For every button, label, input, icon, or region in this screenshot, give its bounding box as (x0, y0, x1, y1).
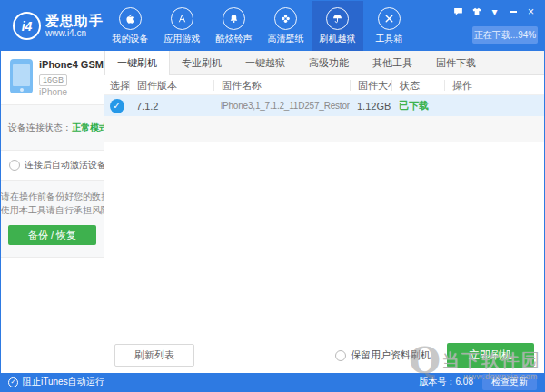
keep-user-data-label: 保留用户资料刷机 (351, 348, 431, 362)
check-circle-icon: ✓ (8, 377, 18, 387)
close-icon[interactable]: × (524, 5, 538, 17)
tab-pro-flash[interactable]: 专业刷机 (170, 51, 233, 74)
firmware-table-header: 选择 固件版本 固件名称 固件大小 状态 操作 (104, 75, 544, 95)
nav-item-toolbox[interactable]: 工具箱 (363, 1, 415, 51)
umbrella-icon (326, 7, 349, 30)
firmware-table-row[interactable]: ✓ 7.1.2 iPhone3,1_7.1.2_11D257_Restore (… (104, 95, 544, 116)
empty-table-band (104, 116, 544, 142)
bell-icon (223, 7, 245, 30)
device-name: iPhone4 GSM (39, 59, 104, 70)
firmware-status-cell: 已下载 (391, 99, 444, 113)
col-firmware-version: 固件版本 (129, 80, 213, 91)
menu-caret-icon[interactable]: ▾ (488, 5, 501, 17)
tab-advanced-features[interactable]: 高级功能 (297, 51, 361, 74)
connection-status-value: 正常模式 (72, 122, 108, 134)
app-title: 爱思助手 (45, 13, 104, 28)
nav-item-apps-games[interactable]: 应用游戏 (156, 1, 208, 51)
keep-user-data-radio[interactable] (335, 350, 346, 361)
tab-one-click-flash[interactable]: 一键刷机 (104, 51, 170, 75)
connection-status-label: 设备连接状态： (8, 122, 72, 134)
app-window: i4 爱思助手 www.i4.cn 我的设备 应用游戏 (0, 0, 545, 392)
appstore-icon (171, 7, 193, 30)
feedback-icon[interactable] (451, 5, 465, 17)
backup-warning-panel: 请在操作前备份好您的数据 使用本工具请自行承担风险 备份 / 恢复 (1, 181, 104, 258)
tab-bar: 一键刷机 专业刷机 一键越狱 高级功能 其他工具 固件下载 (104, 51, 544, 75)
refresh-list-button[interactable]: 刷新列表 (114, 344, 194, 367)
device-info-panel: iPhone4 GSM 16GB iPhone (1, 51, 104, 105)
nav-item-my-devices[interactable]: 我的设备 (104, 1, 156, 51)
nav-item-ringtones[interactable]: 酷炫铃声 (208, 1, 260, 51)
flash-now-button[interactable]: 立即刷机 (447, 343, 534, 368)
nav-item-wallpapers[interactable]: 高清壁纸 (260, 1, 312, 51)
col-firmware-name: 固件名称 (213, 80, 350, 91)
iphone-device-icon (10, 59, 33, 93)
warning-text-1: 请在操作前备份好您的数据 (1, 190, 104, 203)
warning-text-2: 使用本工具请自行承担风险 (1, 203, 104, 217)
tab-firmware-download[interactable]: 固件下载 (424, 51, 488, 74)
firmware-size-cell: 1.12GB (350, 101, 391, 112)
sidebar: iPhone4 GSM 16GB iPhone 设备连接状态：正常模式 连接后自… (1, 51, 104, 373)
col-status: 状态 (391, 80, 444, 91)
minimize-icon[interactable] (506, 5, 520, 17)
auto-activate-label: 连接后自动激活设备 (25, 159, 106, 172)
auto-activate-radio[interactable] (9, 160, 20, 171)
col-firmware-size: 固件大小 (350, 80, 391, 91)
device-model: iPhone (39, 87, 104, 97)
nav-item-flash-jailbreak[interactable]: 刷机越狱 (312, 1, 363, 51)
wrench-icon (378, 7, 401, 30)
block-itunes-label: 阻止iTunes自动运行 (23, 376, 104, 388)
apple-icon (119, 7, 142, 30)
block-itunes-toggle[interactable]: ✓ 阻止iTunes自动运行 (8, 376, 104, 388)
download-progress-button[interactable]: 正在下载...94% (472, 26, 538, 44)
keep-user-data-option[interactable]: 保留用户资料刷机 (335, 348, 431, 362)
app-logo: i4 爱思助手 www.i4.cn (13, 12, 104, 40)
bottom-actions: 刷新列表 保留用户资料刷机 立即刷机 (104, 343, 544, 368)
auto-activate-row[interactable]: 连接后自动激活设备 (1, 151, 104, 181)
tab-one-click-jailbreak[interactable]: 一键越狱 (233, 51, 297, 74)
version-label: 版本号：6.08 (420, 376, 473, 388)
titlebar: i4 爱思助手 www.i4.cn 我的设备 应用游戏 (1, 1, 544, 51)
i4-logo-icon: i4 (13, 12, 41, 40)
tab-other-tools[interactable]: 其他工具 (361, 51, 424, 74)
row-selected-check-icon[interactable]: ✓ (110, 99, 124, 113)
firmware-name-cell: iPhone3,1_7.1.2_11D257_Restore (1).ipsw (213, 101, 350, 111)
body-area: iPhone4 GSM 16GB iPhone 设备连接状态：正常模式 连接后自… (1, 51, 544, 373)
flower-icon (274, 7, 297, 30)
main-nav: 我的设备 应用游戏 酷炫铃声 高清壁纸 (104, 1, 415, 51)
backup-restore-button[interactable]: 备份 / 恢复 (8, 225, 96, 245)
skin-theme-icon[interactable] (470, 5, 483, 17)
connection-status-row: 设备连接状态：正常模式 (1, 105, 104, 151)
app-url: www.i4.cn (45, 28, 104, 39)
col-select: 选择 (104, 80, 129, 91)
check-update-button[interactable]: 检查更新 (482, 374, 537, 390)
main-panel: 一键刷机 专业刷机 一键越狱 高级功能 其他工具 固件下载 选择 固件版本 固件… (104, 51, 544, 373)
window-controls: ▾ × (451, 5, 538, 17)
statusbar: ✓ 阻止iTunes自动运行 版本号：6.08 检查更新 (1, 373, 544, 391)
col-action: 操作 (444, 80, 544, 91)
device-capacity-badge: 16GB (39, 74, 67, 86)
firmware-version-cell: 7.1.2 (129, 101, 213, 112)
